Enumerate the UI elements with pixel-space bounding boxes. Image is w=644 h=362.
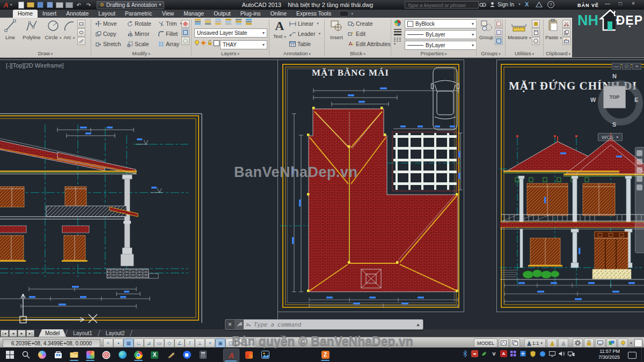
start-button[interactable] — [3, 349, 16, 361]
infer-constraints-toggle[interactable]: + — [103, 338, 113, 348]
edit-block-tool[interactable]: Edit — [348, 29, 365, 39]
layer-state-dropdown[interactable]: Unsaved Layer State — [194, 28, 267, 38]
scale-tool[interactable]: Scale — [127, 39, 149, 49]
linear-dimension-tool[interactable]: Linear — [289, 19, 319, 28]
blue-circle-app-icon[interactable] — [180, 349, 193, 361]
annotation-visibility-icon[interactable] — [547, 338, 557, 348]
viewcube-south[interactable]: S — [612, 121, 616, 128]
tray-shield-icon[interactable] — [529, 350, 536, 357]
taskbar-clock[interactable]: 11:57 PM 7/30/2025 — [598, 349, 620, 360]
viewcube[interactable]: N W E S TOP — [589, 72, 639, 135]
drawing-window-front-elevation[interactable]: — □ × MẶT ĐỨNG CHÍNH DI N W E S TOP WCS▼ — [496, 60, 644, 312]
first-tab-button[interactable]: |◄ — [1, 330, 9, 337]
panel-label-block[interactable]: Block — [325, 50, 390, 57]
offset-tool[interactable] — [181, 37, 189, 45]
show-desktop-button[interactable] — [641, 348, 644, 362]
tab-home[interactable]: Home — [13, 10, 38, 18]
layer-match-icon[interactable] — [245, 19, 253, 25]
viewcube-top-face[interactable]: TOP — [603, 86, 626, 108]
tab-model-space[interactable]: Model — [39, 329, 66, 337]
layer-unlock-icon[interactable] — [207, 40, 213, 46]
orbit-icon[interactable] — [636, 176, 642, 182]
plot-button[interactable] — [56, 2, 63, 9]
tray-grid-purple-icon[interactable] — [510, 350, 517, 357]
ellipse-tool[interactable] — [77, 28, 85, 36]
zalo-app-icon[interactable]: Z — [319, 349, 332, 361]
panel-label-properties[interactable]: Properties — [392, 50, 475, 57]
leader-tool[interactable]: Leader — [289, 29, 320, 39]
showmotion-icon[interactable] — [636, 184, 642, 190]
new-file-button[interactable] — [17, 2, 25, 9]
move-tool[interactable]: Move — [96, 19, 117, 28]
copy-clip-tool[interactable] — [562, 28, 570, 36]
search-binoculars-icon[interactable] — [479, 2, 486, 9]
model-space-button[interactable]: MODEL — [474, 338, 497, 348]
layer-color-swatch[interactable] — [214, 40, 219, 46]
status-bulb-icon[interactable] — [618, 338, 628, 348]
search-icon[interactable] — [19, 349, 32, 361]
grid-display-toggle[interactable]: ▦ — [123, 338, 134, 348]
doc-minimize-button[interactable]: — — [612, 63, 621, 70]
edge-browser-icon[interactable] — [116, 349, 129, 361]
panel-label-layers[interactable]: Layers — [192, 50, 268, 57]
rotate-tool[interactable]: Rotate — [127, 19, 151, 28]
help-icon[interactable]: ? — [547, 1, 554, 8]
model-tab-icon[interactable] — [499, 338, 509, 348]
clean-screen-button[interactable] — [634, 339, 642, 347]
acrobat-tray-icon[interactable]: A — [500, 350, 507, 357]
save-as-button[interactable] — [46, 2, 54, 9]
object-snap-toggle[interactable]: ▭ — [154, 338, 164, 348]
status-menu-chevron-icon[interactable]: ▼ — [630, 342, 633, 345]
layer-thaw-sun-icon[interactable] — [201, 40, 206, 46]
tray-green-app-icon[interactable] — [481, 350, 488, 357]
layer-on-bulb-icon[interactable] — [194, 40, 200, 46]
tab-layout1[interactable]: Layout1 — [67, 329, 99, 337]
chrome-browser-icon[interactable] — [132, 349, 145, 361]
ortho-mode-toggle[interactable]: ∟ — [134, 338, 144, 348]
last-tab-button[interactable]: ►| — [26, 330, 34, 337]
isolate-objects-icon[interactable] — [606, 338, 617, 348]
circle-tool[interactable]: Circle — [45, 19, 62, 40]
doc-close-button[interactable]: × — [632, 63, 641, 70]
network-icon[interactable] — [568, 350, 575, 357]
tab-output[interactable]: Output — [209, 10, 236, 18]
annotation-scale-button[interactable]: 1:1 ▼ — [524, 338, 546, 348]
hatch-tool[interactable] — [77, 37, 85, 45]
group-tool[interactable]: Group — [478, 19, 494, 40]
chevron-down-icon[interactable]: ▼ — [350, 12, 354, 16]
speaker-icon[interactable] — [558, 350, 565, 357]
navigation-bar[interactable] — [635, 147, 644, 253]
tab-view[interactable]: View — [157, 10, 179, 18]
undo-button[interactable]: ↶ — [75, 2, 83, 9]
toolbar-lock-icon[interactable] — [584, 338, 594, 348]
quick-select-tool[interactable] — [532, 20, 540, 28]
hardware-acceleration-icon[interactable] — [595, 338, 605, 348]
tray-window-icon[interactable] — [548, 350, 555, 357]
photos-icon[interactable] — [259, 349, 272, 361]
tray-v-app-icon[interactable]: V — [491, 350, 497, 357]
autoscale-icon[interactable] — [558, 338, 568, 348]
layout-tabs-icon[interactable] — [510, 338, 520, 348]
object-color-dropdown[interactable]: ByBlock — [405, 19, 477, 28]
fillet-tool[interactable]: Fillet — [158, 29, 183, 39]
tab-online[interactable]: Online — [266, 10, 291, 18]
tab-layout2[interactable]: Layout2 — [99, 329, 131, 337]
color-wheel-icon[interactable] — [394, 19, 401, 27]
line-tool[interactable]: Line — [2, 19, 19, 40]
edit-attributes-tool[interactable]: Edit Attributes — [348, 39, 396, 49]
lineweight-display-toggle[interactable]: + — [205, 338, 215, 348]
next-tab-button[interactable]: ► — [18, 330, 26, 337]
match-properties-tool[interactable] — [562, 37, 570, 45]
mirror-tool[interactable]: Mirror — [127, 29, 149, 39]
exchange-apps-icon[interactable]: X — [525, 1, 529, 8]
rectangle-tool[interactable] — [77, 20, 85, 28]
viewcube-west[interactable]: W — [590, 97, 596, 103]
table-tool[interactable]: Table — [289, 39, 311, 49]
lineweight-icon[interactable] — [394, 29, 401, 35]
tab-annotate[interactable]: Annotate — [61, 10, 93, 18]
3d-object-snap-toggle[interactable]: ◇ — [164, 338, 174, 348]
microsoft365-icon[interactable] — [243, 349, 255, 361]
layer-freeze-icon[interactable] — [215, 19, 223, 25]
panel-label-groups[interactable]: Groups — [477, 50, 504, 57]
microsoft-store-icon[interactable] — [52, 349, 64, 361]
